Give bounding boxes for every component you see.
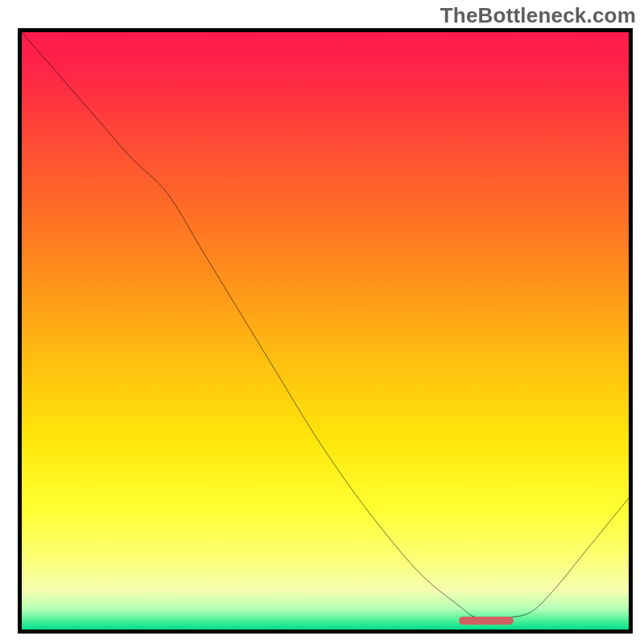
chart-frame: TheBottleneck.com: [0, 0, 644, 644]
watermark-text: TheBottleneck.com: [440, 3, 636, 28]
line-curve: [22, 32, 629, 630]
plot-area: [18, 28, 633, 634]
trough-marker: [459, 617, 514, 625]
